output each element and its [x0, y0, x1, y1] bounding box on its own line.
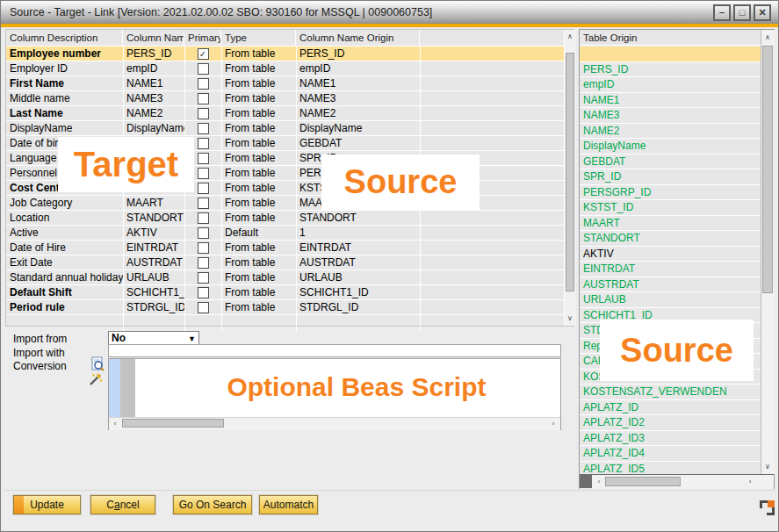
primary-checkbox[interactable] [198, 108, 209, 119]
table-cell: Exit Date [6, 255, 123, 270]
origin-list-item[interactable]: GEBDAT [580, 155, 761, 170]
scroll-down-icon[interactable]: ∨ [565, 313, 575, 324]
primary-checkbox-checked[interactable]: ✓ [198, 48, 209, 60]
origin-list-item[interactable]: APLATZ_ID3 [580, 431, 761, 447]
origin-list-item[interactable]: KSTST_ID [580, 200, 761, 216]
primary-checkbox[interactable] [198, 63, 209, 75]
origin-list-item[interactable]: APLATZ_ID2 [580, 415, 761, 431]
primary-checkbox[interactable] [198, 287, 209, 298]
table-row[interactable]: ActiveAKTIVDefault1 [6, 226, 564, 241]
table-cell: EINTRDAT [296, 241, 420, 255]
table-cell: From table [221, 76, 296, 90]
table-row[interactable]: Default ShiftSCHICHT1_IDFrom tableSCHICH… [6, 285, 564, 300]
scroll-left-icon[interactable]: ‹ [110, 419, 120, 428]
dropdown-arrow-icon[interactable]: ▼ [188, 333, 196, 345]
primary-checkbox[interactable] [198, 272, 209, 284]
primary-checkbox[interactable] [198, 257, 209, 269]
go-on-search-button[interactable]: Go On Search [173, 495, 252, 514]
origin-list-item[interactable]: AKTIV [580, 247, 761, 262]
scroll-left-icon[interactable]: ‹ [594, 477, 604, 487]
origin-list-item[interactable]: APLATZ_ID4 [580, 446, 761, 462]
origin-list-item[interactable]: SPR_ID [580, 169, 761, 185]
origin-scrollbar-thumb[interactable] [762, 46, 773, 293]
update-button[interactable]: Update [13, 495, 81, 514]
column-header-description[interactable]: Column Description [6, 30, 123, 46]
table-cell: AUSTRDAT [296, 255, 420, 270]
beas-logo-icon [760, 500, 775, 515]
origin-list-item[interactable]: APLATZ_ID [580, 400, 761, 416]
origin-list-item[interactable]: PERS_ID [580, 62, 761, 78]
primary-checkbox[interactable] [198, 212, 209, 224]
automatch-button[interactable]: Automatch [259, 495, 318, 514]
table-row[interactable]: Middle nameNAME3From tableNAME3 [6, 91, 564, 106]
table-cell: Default [221, 226, 296, 240]
table-row[interactable]: Exit DateAUSTRDATFrom tableAUSTRDAT [6, 255, 564, 270]
scroll-right-icon[interactable]: › [548, 419, 559, 428]
editor-scrollbar-thumb[interactable] [122, 419, 224, 428]
primary-checkbox[interactable] [198, 198, 209, 209]
watermark-optional-beas-script: Optional Beas Script [159, 364, 554, 410]
preview-icon[interactable] [90, 356, 105, 371]
origin-list-item[interactable]: PERSGRP_ID [580, 185, 761, 201]
origin-list-item[interactable]: MAART [580, 216, 761, 232]
bottom-divider [4, 490, 775, 491]
table-cell: Active [6, 226, 123, 240]
scroll-right-icon[interactable]: › [745, 477, 755, 487]
primary-checkbox[interactable] [198, 227, 209, 239]
primary-checkbox[interactable] [198, 123, 209, 134]
origin-list-item[interactable]: NAME3 [580, 108, 761, 124]
primary-checkbox[interactable] [198, 78, 209, 90]
table-scrollbar-thumb[interactable] [566, 53, 574, 291]
cancel-button[interactable]: Cancel [90, 495, 155, 514]
origin-hscrollbar-thumb[interactable] [605, 477, 681, 486]
primary-cell [184, 226, 221, 240]
primary-checkbox[interactable] [198, 93, 209, 104]
primary-checkbox[interactable] [198, 183, 209, 194]
table-cell: SCHICHT1_ID [123, 285, 184, 299]
table-cell: STANDORT [296, 211, 420, 225]
primary-checkbox[interactable] [198, 302, 209, 313]
maximize-icon[interactable]: □ [733, 4, 751, 21]
origin-list-item[interactable]: NAME2 [580, 124, 761, 140]
table-origin-header[interactable]: Table Origin [580, 30, 761, 46]
scroll-down-icon[interactable]: ∨ [762, 461, 773, 472]
magic-wand-icon[interactable] [88, 372, 103, 387]
table-cell: MAART [123, 196, 184, 210]
scroll-up-icon[interactable]: ∧ [762, 32, 773, 43]
origin-list-item[interactable] [580, 47, 761, 62]
table-row[interactable]: Date of HireEINTRDATFrom tableEINTRDAT [6, 241, 564, 255]
primary-checkbox[interactable] [198, 242, 209, 254]
table-row[interactable]: Job CategoryMAARTFrom tableMAART [6, 196, 564, 211]
origin-list-item[interactable]: URLAUB [580, 292, 761, 308]
primary-cell [184, 196, 221, 210]
import-with-input[interactable] [108, 344, 561, 357]
primary-checkbox[interactable] [198, 138, 209, 149]
origin-list-item[interactable]: AUSTRDAT [580, 277, 761, 293]
table-row[interactable]: Period ruleSTDRGL_IDFrom tableSTDRGL_ID [6, 300, 564, 315]
title-bar[interactable]: Source - Target - Link [Version: 2021.02… [1, 1, 778, 24]
column-header-origin[interactable]: Column Name Origin [296, 30, 420, 46]
primary-cell [184, 241, 221, 255]
table-row[interactable]: First NameNAME1From tableNAME1 [6, 76, 564, 91]
scroll-up-icon[interactable]: ∧ [565, 32, 575, 42]
table-row[interactable]: Last NameNAME2From tableNAME2 [6, 106, 564, 121]
close-icon[interactable]: ✕ [754, 4, 771, 21]
origin-list-item[interactable]: empID [580, 77, 761, 93]
minimize-icon[interactable]: – [713, 4, 731, 21]
column-header-primary[interactable]: Primary [184, 30, 221, 46]
origin-list-item[interactable]: KOSTENSATZ_VERWENDEN [580, 385, 761, 400]
table-row[interactable]: DisplayNameDisplayNameFrom tableDisplayN… [6, 121, 564, 136]
origin-list-item[interactable]: EINTRDAT [580, 262, 761, 277]
column-header-name[interactable]: Column Name [123, 30, 184, 46]
primary-checkbox[interactable] [198, 168, 209, 179]
import-from-select[interactable]: No ▼ [108, 331, 199, 345]
origin-list-item[interactable]: NAME1 [580, 93, 761, 109]
column-header-filler [420, 30, 564, 46]
origin-list-item[interactable]: STANDORT [580, 231, 761, 247]
table-row[interactable]: Employer IDempIDFrom tableempID [6, 61, 564, 76]
primary-checkbox[interactable] [198, 153, 209, 164]
origin-list-item[interactable]: DisplayName [580, 139, 761, 155]
table-row[interactable]: LocationSTANDORTFrom tableSTANDORT [6, 211, 564, 226]
column-header-type[interactable]: Type [221, 30, 296, 46]
table-row[interactable]: Standard annual holidayURLAUBFrom tableU… [6, 270, 564, 285]
